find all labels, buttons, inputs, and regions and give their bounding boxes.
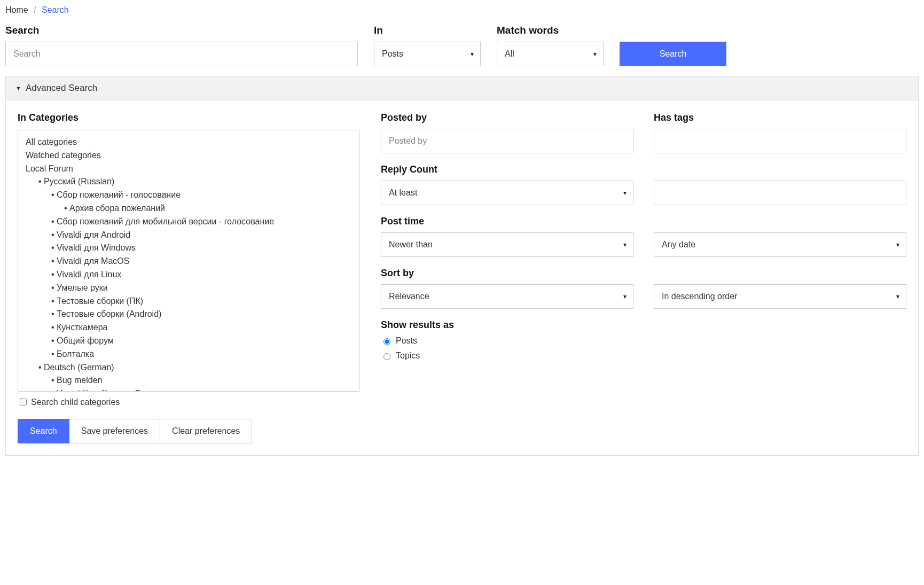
category-option[interactable]: Vivaldi для Linux bbox=[26, 268, 351, 282]
category-option[interactable]: Deutsch (German) bbox=[26, 361, 351, 375]
search-child-categories-text: Search child categories bbox=[31, 397, 120, 407]
category-option[interactable]: Сбор пожеланий для мобильной версии - го… bbox=[26, 215, 351, 229]
sort-by-select[interactable]: Relevance bbox=[381, 284, 633, 309]
breadcrumb-home[interactable]: Home bbox=[5, 5, 28, 14]
sort-direction-value: In descending order bbox=[662, 292, 737, 301]
post-time-select[interactable]: Newer than bbox=[381, 232, 633, 257]
category-option[interactable]: Vorschläge für neue Features bbox=[26, 387, 351, 392]
sort-direction-select[interactable]: In descending order bbox=[654, 284, 906, 309]
category-option[interactable]: Vivaldi для Windows bbox=[26, 241, 351, 255]
category-option[interactable]: Watched categories bbox=[26, 149, 351, 162]
show-results-as-label: Show results as bbox=[381, 319, 906, 331]
advanced-search-panel: ▼ Advanced Search In Categories All cate… bbox=[5, 76, 919, 456]
results-posts-radio[interactable] bbox=[383, 338, 390, 345]
in-select[interactable]: Posts bbox=[374, 42, 481, 66]
sort-by-value: Relevance bbox=[389, 292, 429, 301]
category-option[interactable]: Bug melden bbox=[26, 374, 351, 387]
results-topics-radio[interactable] bbox=[383, 353, 390, 360]
category-option[interactable]: Local Forum bbox=[26, 162, 351, 176]
post-time-value: Newer than bbox=[389, 240, 433, 249]
category-option[interactable]: All categories bbox=[26, 136, 351, 149]
search-input[interactable] bbox=[5, 42, 358, 66]
reply-count-select[interactable]: At least bbox=[381, 181, 633, 205]
category-option[interactable]: Общий форум bbox=[26, 334, 351, 348]
post-time-label: Post time bbox=[381, 216, 633, 227]
search-button-bottom[interactable]: Search bbox=[18, 419, 69, 443]
category-option[interactable]: Русский (Russian) bbox=[26, 175, 351, 189]
caret-down-icon: ▼ bbox=[15, 85, 21, 91]
category-option[interactable]: Тестовые сборки (Android) bbox=[26, 308, 351, 321]
category-option[interactable]: Архив сбора пожеланий bbox=[26, 202, 351, 215]
in-label: In bbox=[374, 25, 481, 36]
posted-by-label: Posted by bbox=[381, 112, 633, 123]
category-option[interactable]: Кунсткамера bbox=[26, 321, 351, 334]
breadcrumb: Home / Search bbox=[5, 5, 919, 15]
match-words-label: Match words bbox=[497, 25, 604, 36]
sort-by-label: Sort by bbox=[381, 268, 633, 279]
advanced-search-toggle[interactable]: ▼ Advanced Search bbox=[6, 76, 918, 100]
has-tags-input[interactable] bbox=[654, 129, 906, 153]
has-tags-label: Has tags bbox=[654, 112, 906, 123]
results-posts-label: Posts bbox=[396, 336, 417, 346]
category-option[interactable]: Vivaldi для Android bbox=[26, 229, 351, 242]
breadcrumb-current: Search bbox=[42, 5, 69, 14]
posted-by-input[interactable] bbox=[381, 129, 633, 153]
clear-preferences-button[interactable]: Clear preferences bbox=[160, 419, 252, 443]
category-option[interactable]: Тестовые сборки (ПК) bbox=[26, 295, 351, 308]
match-words-select[interactable]: All bbox=[497, 42, 604, 66]
post-time-date-select[interactable]: Any date bbox=[654, 232, 906, 257]
reply-count-value: At least bbox=[389, 188, 417, 198]
results-topics-label: Topics bbox=[396, 351, 420, 361]
category-option[interactable]: Умелые руки bbox=[26, 282, 351, 295]
match-words-value: All bbox=[505, 49, 514, 59]
search-child-categories-checkbox[interactable] bbox=[20, 399, 27, 405]
category-option[interactable]: Сбор пожеланий - голосование bbox=[26, 189, 351, 202]
in-select-value: Posts bbox=[382, 49, 403, 59]
category-option[interactable]: Болталка bbox=[26, 348, 351, 361]
reply-count-label: Reply Count bbox=[381, 164, 633, 175]
search-child-categories-label[interactable]: Search child categories bbox=[18, 397, 359, 407]
search-button[interactable]: Search bbox=[620, 42, 726, 66]
category-option[interactable]: Vivaldi для MacOS bbox=[26, 255, 351, 268]
in-categories-label: In Categories bbox=[18, 112, 359, 123]
breadcrumb-separator: / bbox=[34, 5, 36, 14]
save-preferences-button[interactable]: Save preferences bbox=[69, 419, 160, 443]
post-time-date-value: Any date bbox=[662, 240, 695, 249]
advanced-search-title: Advanced Search bbox=[26, 83, 97, 93]
reply-count-input[interactable] bbox=[654, 181, 906, 205]
categories-listbox[interactable]: All categories Watched categories Local … bbox=[18, 130, 359, 392]
search-label: Search bbox=[5, 25, 358, 36]
